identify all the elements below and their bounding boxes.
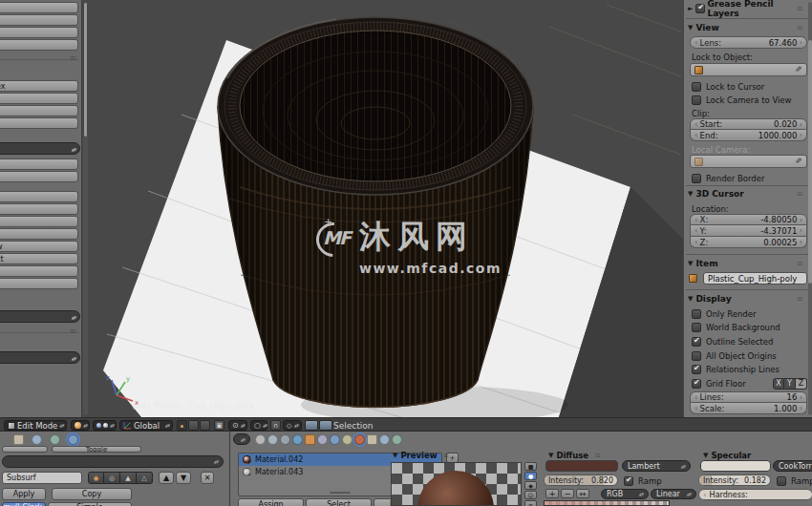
all-object-origins-toggle[interactable]: All Object Origins [692,350,777,361]
axis-y-button[interactable]: Y [784,378,796,390]
cage-display-icon[interactable]: △ [137,472,153,484]
list-resize-grip[interactable] [330,492,351,494]
preview-monkey-button[interactable]: ☺ [524,491,537,499]
add-modifier-dropdown[interactable]: ▲▼ [2,455,224,468]
increment-arrow-icon[interactable]: › [799,226,802,235]
lock-object-field[interactable]: ✎ [690,63,807,76]
specular-panel-header[interactable]: ▼ Specular [703,451,751,460]
toolshelf-button[interactable] [0,158,78,170]
texture-tab-icon[interactable] [367,434,377,445]
specular-ramp-toggle[interactable]: Ramp [777,475,812,486]
object-name-field[interactable]: Plastic_Cup_High-poly [703,272,807,285]
decrement-arrow-icon[interactable]: ‹ [694,120,698,129]
eyedropper-icon[interactable]: ✎ [795,157,802,166]
toolshelf-button[interactable] [0,171,78,182]
simple-button[interactable]: Simple [48,502,132,506]
toolshelf-dropdown[interactable] [0,142,80,155]
increment-arrow-icon[interactable]: › [799,404,802,412]
material-tab-icon[interactable] [354,434,365,445]
modifier-move-down-button[interactable]: ▼ [176,472,191,484]
decrement-arrow-icon[interactable]: ‹ [694,393,698,402]
outline-selected-toggle[interactable]: Outline Selected [692,336,773,347]
specular-shader-dropdown[interactable]: CookTorr [773,460,812,472]
toggle-button[interactable]: Toggle [52,446,141,453]
object-tab-icon[interactable] [305,434,315,445]
pivot-center-dropdown[interactable]: ⊙ ▲▼ [228,420,247,431]
3d-cursor-panel-header[interactable]: ▼ 3D Cursor ≡ [688,188,808,200]
data-tab-icon[interactable] [342,434,353,445]
modifiers-tab-icon[interactable] [68,434,78,445]
toolshelf-button[interactable] [0,27,78,38]
toolshelf-button[interactable] [0,93,78,104]
pivot-point-dropdown[interactable]: ▲▼ [93,420,117,431]
increment-arrow-icon[interactable]: › [799,393,802,402]
editmode-display-icon[interactable]: ▲ [120,472,137,484]
render-opengl-anim-button[interactable] [319,420,332,431]
cursor-y-field[interactable]: ‹ Y: -4.37071 › [690,225,807,237]
cup-model[interactable] [218,17,533,408]
partial-button[interactable] [2,446,48,453]
axis-z-button[interactable]: Z [796,378,807,390]
ramp-flip-button[interactable]: ↔ [576,489,589,498]
view-panel-header[interactable]: ▼ View ≡ [688,22,808,33]
hardness-slider[interactable]: ‹ Hardness: [698,489,812,500]
render-border-toggle[interactable]: Render Border [692,173,764,183]
decrement-arrow-icon[interactable]: ‹ [694,238,698,246]
edge-select-button[interactable] [188,420,199,431]
toolshelf-button[interactable] [0,117,78,129]
physics-tab-icon[interactable] [392,434,402,445]
npanel-scrollbar-thumb[interactable] [808,40,812,284]
toolshelf-button[interactable] [0,14,78,26]
toolshelf-button[interactable] [0,216,78,227]
snap-magnet-button[interactable]: ∩ [270,420,281,431]
toolshelf-dropdown[interactable] [0,310,80,323]
transform-orientation-dropdown[interactable]: Global ▲▼ [119,420,173,431]
toolshelf-button[interactable] [0,191,78,202]
modifier-name-field[interactable]: Subsurf [2,472,82,484]
toolshelf-button[interactable] [0,2,78,13]
clip-start-field[interactable]: ‹ Start: 0.020 › [690,118,807,130]
show-eye-icon[interactable]: ◎ [104,472,120,484]
face-select-button[interactable] [200,420,210,431]
lock-camera-toggle[interactable]: Lock Camera to View [692,95,792,105]
copy-button[interactable]: Copy [52,488,132,500]
only-render-toggle[interactable]: Only Render [692,308,756,319]
modifiers-tab-icon[interactable] [330,434,340,445]
preview-hair-button[interactable]: ≈ [524,500,537,506]
grid-floor-toggle[interactable]: Grid Floor X Y Z [692,378,807,389]
increment-arrow-icon[interactable]: › [799,216,802,224]
scene-tab-icon[interactable] [267,434,278,445]
catmull-clark-button[interactable]: Catmull-Clark [2,502,46,506]
increment-arrow-icon[interactable]: › [799,131,802,139]
preview-panel-header[interactable]: ▼ Preview ≡ [393,451,450,460]
color-ramp-strip[interactable] [544,500,670,506]
material-properties-editor[interactable]: ▲▼ Material.042Material.043 +−▾▲▼ Assign… [229,432,812,506]
increment-arrow-icon[interactable]: › [799,238,802,246]
limit-to-visible-button[interactable]: ▣ [214,420,224,431]
preview-cube-button[interactable]: ◆ [524,481,537,490]
ramp-delete-button[interactable]: − [561,489,574,498]
proportional-edit-dropdown[interactable]: ○ ▲▼ [250,420,267,431]
toolshelf-button[interactable] [0,228,78,240]
apply-button[interactable]: Apply [2,488,46,500]
editor-type-menu[interactable]: ▲▼ [233,433,250,445]
viewport-header[interactable]: Edit Mode ▲▼ ▲▼ ▲▼ Global ▲▼ ▣ ⊙ ▲▼ [0,417,812,432]
ramp-add-button[interactable]: + [545,489,559,498]
constraints-tab-icon[interactable] [317,434,328,445]
diffuse-panel-header[interactable]: ▼ Diffuse ≡ [548,451,601,460]
decrement-arrow-icon[interactable]: ‹ [694,131,698,139]
grid-scale-field[interactable]: ‹ Scale: 1.000 › [690,403,807,414]
mode-dropdown[interactable]: Edit Mode ▲▼ [4,420,67,431]
lock-to-cursor-toggle[interactable]: Lock to Cursor [692,81,764,92]
toolshelf-button[interactable] [0,278,78,289]
diffuse-ramp-toggle[interactable]: Ramp [624,475,662,486]
cursor-x-field[interactable]: ‹ X: -4.80050 › [690,214,807,225]
decrement-arrow-icon[interactable]: ‹ [703,491,707,499]
snap-element-dropdown[interactable]: ◇ ▲▼ [283,420,302,431]
preview-flat-button[interactable]: ■ [524,462,537,471]
toolshelf-button[interactable] [0,105,78,116]
diffuse-color-swatch[interactable] [545,460,618,472]
axis-x-button[interactable]: X [773,378,784,390]
render-opengl-button[interactable] [305,420,318,431]
lens-field[interactable]: ‹ Lens: 67.460 › [690,36,807,49]
